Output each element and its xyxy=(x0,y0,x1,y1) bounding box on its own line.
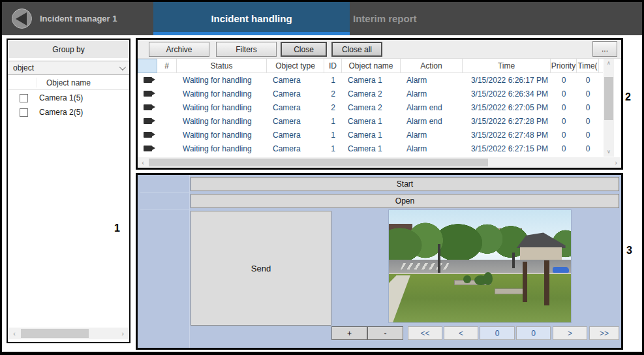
tab-interim-report[interactable]: Interim report xyxy=(350,2,467,35)
cell-number xyxy=(157,73,177,87)
scroll-right-icon[interactable]: › xyxy=(117,328,128,339)
cell-type-icon xyxy=(138,142,157,155)
shrub xyxy=(483,272,493,286)
camera-snapshot[interactable] xyxy=(388,209,572,323)
tab-incident-handling-label: Incident handling xyxy=(211,13,292,24)
cell-priority: 0 xyxy=(551,128,577,142)
cell-action: Alarm xyxy=(401,128,463,142)
cell-number xyxy=(157,114,177,128)
cell-object-type: Camera xyxy=(267,73,324,87)
shrub xyxy=(463,275,470,283)
cell-object-name: Camera 2 xyxy=(342,87,401,100)
incident-row[interactable]: Waiting for handlingCamera1Camera 1Alarm… xyxy=(138,114,603,128)
cell-action: Alarm end xyxy=(401,114,463,128)
scrollbar-thumb[interactable] xyxy=(149,159,488,166)
cell-object-name: Camera 1 xyxy=(342,114,401,128)
fence-post xyxy=(544,260,549,305)
cell-time-min: 0 xyxy=(577,114,599,128)
scroll-right-icon[interactable]: › xyxy=(611,157,621,168)
zoom-in-button[interactable]: + xyxy=(331,326,367,340)
column-header-priority[interactable]: Priority xyxy=(551,59,577,73)
object-checkbox[interactable] xyxy=(20,108,28,117)
cell-action: Alarm end xyxy=(401,100,463,114)
zoom-out-button[interactable]: - xyxy=(367,326,403,340)
close-button[interactable]: Close xyxy=(281,42,327,57)
object-name-column-header[interactable]: Object name xyxy=(8,76,129,90)
cell-id: 1 xyxy=(324,114,342,128)
start-button[interactable]: Start xyxy=(191,177,619,191)
column-header-action[interactable]: Action xyxy=(401,59,463,73)
column-header-icon[interactable] xyxy=(138,59,157,73)
scrollbar-thumb[interactable] xyxy=(21,329,89,338)
column-header-object-name[interactable]: Object name xyxy=(342,59,401,73)
cell-status: Waiting for handling xyxy=(177,114,267,128)
incident-table-body: Waiting for handlingCamera1Camera 1Alarm… xyxy=(138,73,603,155)
cell-priority: 0 xyxy=(551,142,577,155)
open-button[interactable]: Open xyxy=(191,194,619,208)
previous-frame-button[interactable]: < xyxy=(444,326,478,340)
cell-time-min: 0 xyxy=(577,87,599,100)
incident-row[interactable]: Waiting for handlingCamera1Camera 1Alarm… xyxy=(138,142,603,155)
scroll-left-icon[interactable]: ‹ xyxy=(138,157,148,168)
crosswalk xyxy=(400,263,448,270)
column-header-id[interactable]: ID xyxy=(324,59,342,73)
cell-time: 3/15/2022 6:26:34 PM xyxy=(463,87,551,100)
video-camera-icon xyxy=(144,104,152,110)
cell-object-type: Camera xyxy=(267,87,324,100)
last-frame-button[interactable]: >> xyxy=(589,326,619,340)
filters-button[interactable]: Filters xyxy=(216,42,277,57)
incident-manager-logo-icon xyxy=(12,8,32,29)
cell-object-name: Camera 1 xyxy=(342,73,401,87)
close-all-button[interactable]: Close all xyxy=(331,42,382,57)
cell-time-min: 0 xyxy=(577,100,599,114)
cell-id: 1 xyxy=(324,128,342,142)
cell-object-name: Camera 1 xyxy=(342,128,401,142)
cell-time-min: 0 xyxy=(577,128,599,142)
object-label: Camera 1(5) xyxy=(39,93,83,102)
group-by-panel: Group by object Object name Camera 1(5)C… xyxy=(7,39,130,343)
scroll-up-icon[interactable]: ∧ xyxy=(604,59,614,68)
cell-time-min: 0 xyxy=(577,142,599,155)
tab-interim-report-label: Interim report xyxy=(353,13,417,24)
cell-time-min: 0 xyxy=(577,73,599,87)
send-button[interactable]: Send xyxy=(191,211,331,326)
frame-counter-a: 0 xyxy=(480,326,515,340)
app-title: Incident manager 1 xyxy=(40,14,117,23)
incident-row[interactable]: Waiting for handlingCamera2Camera 2Alarm… xyxy=(138,100,603,114)
object-list-horizontal-scrollbar[interactable]: ‹ › xyxy=(9,328,128,339)
object-checkbox[interactable] xyxy=(20,94,28,102)
cell-action: Alarm xyxy=(401,142,463,155)
column-header-time-[interactable]: Time( xyxy=(577,59,599,73)
incident-table-horizontal-scrollbar[interactable]: ‹ › xyxy=(138,157,621,168)
incident-detail-panel: Start Open Send + - << < 0 0 > >> xyxy=(136,173,623,350)
more-options-button[interactable]: ... xyxy=(592,41,617,57)
video-camera-icon xyxy=(144,91,152,97)
tab-incident-handling[interactable]: Incident handling xyxy=(153,2,350,35)
cell-object-type: Camera xyxy=(267,100,324,114)
group-by-header: Group by xyxy=(9,41,128,58)
archive-button[interactable]: Archive xyxy=(149,42,209,57)
object-list-item[interactable]: Camera 1(5) xyxy=(8,91,129,105)
incident-table-vertical-scrollbar[interactable]: ∧ ∨ xyxy=(604,59,614,157)
cell-time: 3/15/2022 6:27:15 PM xyxy=(463,142,551,155)
column-header-object-type[interactable]: Object type xyxy=(267,59,324,73)
next-frame-button[interactable]: > xyxy=(553,326,587,340)
incident-list-panel: Archive Filters Close Close all ... #Sta… xyxy=(136,38,623,170)
incident-row[interactable]: Waiting for handlingCamera1Camera 1Alarm… xyxy=(138,128,603,142)
group-by-dropdown[interactable]: object xyxy=(8,61,129,75)
first-frame-button[interactable]: << xyxy=(408,326,442,340)
scroll-down-icon[interactable]: ∨ xyxy=(604,147,614,157)
cell-status: Waiting for handling xyxy=(177,87,267,100)
column-header--[interactable]: # xyxy=(157,59,177,73)
cell-priority: 0 xyxy=(551,114,577,128)
scrollbar-thumb[interactable] xyxy=(604,77,613,120)
blue-car xyxy=(553,267,569,273)
object-list-item[interactable]: Camera 2(5) xyxy=(8,105,129,119)
annotation-label-2: 2 xyxy=(625,91,631,103)
cell-priority: 0 xyxy=(551,100,577,114)
column-header-time[interactable]: Time xyxy=(463,59,551,73)
incident-row[interactable]: Waiting for handlingCamera2Camera 2Alarm… xyxy=(138,87,603,100)
scroll-left-icon[interactable]: ‹ xyxy=(9,328,20,339)
column-header-status[interactable]: Status xyxy=(177,59,267,73)
incident-row[interactable]: Waiting for handlingCamera1Camera 1Alarm… xyxy=(138,73,603,87)
